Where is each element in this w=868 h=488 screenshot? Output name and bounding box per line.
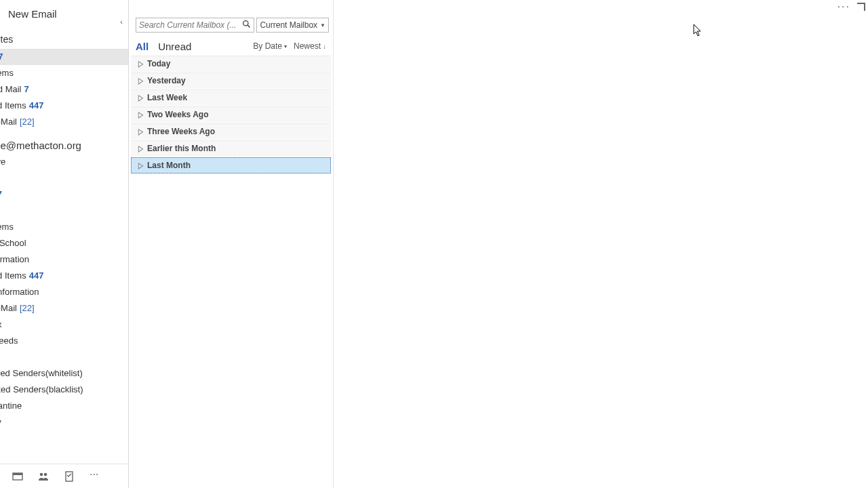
- sort-by-label: By Date: [253, 41, 282, 51]
- reading-pane: ···: [334, 0, 868, 488]
- folder-item[interactable]: S Feeds: [0, 333, 128, 349]
- folder-label: llowed Senders(whitelist): [0, 368, 83, 378]
- date-group-header[interactable]: ▷Today: [131, 56, 331, 72]
- folder-label: read Mail: [0, 84, 21, 94]
- people-view-icon[interactable]: [38, 471, 49, 482]
- folder-item[interactable]: werSchool: [0, 235, 128, 251]
- sort-by-dropdown[interactable]: By Date ▾: [253, 41, 287, 51]
- chevron-down-icon: ▼: [320, 22, 326, 28]
- folder-label: locked Senders(blacklist): [0, 384, 83, 394]
- svg-rect-1: [13, 473, 22, 475]
- svg-rect-4: [66, 472, 73, 481]
- folder-label: it Items: [0, 222, 14, 232]
- folder-label: tbox: [0, 319, 2, 329]
- date-group-header[interactable]: ▷Last Month: [131, 157, 331, 174]
- folder-item[interactable]: k E-Mail[22]: [0, 114, 128, 130]
- folder-item[interactable]: ox7: [0, 49, 128, 65]
- search-scope-label: Current Mailbox: [260, 20, 317, 30]
- more-views-icon[interactable]: ···: [90, 471, 100, 482]
- arrow-down-icon: ↓: [323, 43, 326, 50]
- folder-item[interactable]: lney: [0, 414, 128, 430]
- favorites-header[interactable]: vorites: [0, 27, 128, 49]
- unread-count-badge: 7: [24, 84, 28, 94]
- svg-line-6: [248, 25, 250, 27]
- date-group-header[interactable]: ▷Yesterday: [131, 73, 331, 89]
- folder-label: chive: [0, 157, 5, 167]
- search-input-wrapper[interactable]: [136, 18, 254, 33]
- date-group-label: Yesterday: [147, 76, 186, 85]
- date-group-header[interactable]: ▷Earlier this Month: [131, 140, 331, 157]
- folder-item[interactable]: th Information: [0, 284, 128, 300]
- unread-count-badge: 7: [0, 52, 3, 62]
- date-group-label: Last Week: [147, 93, 187, 102]
- folder-label: it Items: [0, 68, 14, 78]
- search-scope-dropdown[interactable]: Current Mailbox ▼: [256, 18, 329, 33]
- folder-item[interactable]: fts: [0, 203, 128, 219]
- nav-switcher-bar: ···: [0, 464, 128, 488]
- unread-count-badge: 447: [29, 100, 44, 110]
- folder-item[interactable]: tbox: [0, 317, 128, 333]
- count-bracket: [22]: [20, 117, 35, 127]
- folder-item[interactable]: k E-Mail[22]: [0, 300, 128, 317]
- folder-item[interactable]: eted Items447: [0, 268, 128, 284]
- folder-item[interactable]: eted Items447: [0, 98, 128, 114]
- collapse-nav-chevron-icon[interactable]: ‹: [120, 18, 123, 26]
- folder-nav-pane: New Email ‹ vorites ox7it Itemsread Mail…: [0, 0, 129, 488]
- expand-chevron-icon: ▷: [138, 60, 143, 68]
- svg-point-3: [44, 472, 47, 476]
- folder-label: k E-Mail: [0, 117, 17, 127]
- filter-tab-unread[interactable]: Unread: [158, 41, 191, 52]
- folder-item[interactable]: ox7: [0, 186, 128, 203]
- unread-count-badge: 447: [29, 270, 44, 281]
- folder-label: k E-Mail: [0, 303, 17, 313]
- expand-chevron-icon: ▷: [138, 161, 143, 170]
- folder-item[interactable]: read Mail7: [0, 81, 128, 98]
- unread-count-badge: 7: [0, 189, 2, 199]
- svg-point-2: [40, 472, 43, 476]
- folder-label: lney: [0, 417, 1, 427]
- date-group-label: Earlier this Month: [147, 144, 216, 153]
- expand-chevron-icon: ▷: [138, 94, 143, 102]
- folder-label: eted Items: [0, 270, 26, 281]
- expand-pane-icon[interactable]: [857, 3, 865, 11]
- message-list-pane: Current Mailbox ▼ All Unread By Date ▾ N…: [129, 0, 334, 488]
- sort-order-toggle[interactable]: Newest ↓: [294, 41, 326, 51]
- new-email-label: New Email: [8, 8, 57, 20]
- date-group-header[interactable]: ▷Last Week: [131, 89, 331, 106]
- expand-chevron-icon: ▷: [138, 110, 143, 119]
- folder-label: th Information: [0, 287, 39, 297]
- search-input[interactable]: [139, 20, 242, 30]
- account-header[interactable]: Dale@methacton.org: [0, 130, 128, 154]
- date-group-label: Two Weeks Ago: [147, 110, 208, 119]
- folder-item[interactable]: Information: [0, 251, 128, 268]
- date-group-label: Last Month: [147, 161, 191, 170]
- folder-item[interactable]: it Items: [0, 219, 128, 235]
- date-group-header[interactable]: ▷Two Weeks Ago: [131, 106, 331, 123]
- expand-chevron-icon: ▷: [138, 144, 143, 153]
- filter-tab-all[interactable]: All: [136, 41, 149, 52]
- chevron-down-icon: ▾: [284, 43, 287, 49]
- count-bracket: [22]: [20, 303, 35, 313]
- folder-item[interactable]: llowed Senders(whitelist): [0, 365, 128, 382]
- search-icon[interactable]: [242, 20, 251, 30]
- expand-chevron-icon: ▷: [138, 77, 143, 85]
- expand-chevron-icon: ▷: [138, 127, 143, 136]
- new-email-button[interactable]: New Email: [0, 0, 128, 27]
- mail-view-icon[interactable]: [12, 471, 23, 482]
- folder-label: Information: [0, 254, 29, 264]
- date-group-label: Three Weeks Ago: [147, 127, 215, 136]
- folder-label: eted Items: [0, 100, 26, 110]
- folder-item[interactable]: it Items: [0, 65, 128, 81]
- date-group-label: Today: [147, 59, 170, 68]
- folder-item[interactable]: am: [0, 349, 128, 365]
- folder-label: uarantine: [0, 401, 22, 411]
- folder-item[interactable]: uarantine: [0, 398, 128, 414]
- folder-item[interactable]: chive: [0, 154, 128, 170]
- folder-label: S Feeds: [0, 336, 18, 346]
- folder-item[interactable]: locked Senders(blacklist): [0, 382, 128, 398]
- more-options-icon[interactable]: ···: [837, 3, 850, 10]
- date-group-header[interactable]: ▷Three Weeks Ago: [131, 123, 331, 140]
- tasks-view-icon[interactable]: [64, 471, 75, 482]
- folder-item[interactable]: m: [0, 170, 128, 186]
- folder-label: werSchool: [0, 238, 26, 248]
